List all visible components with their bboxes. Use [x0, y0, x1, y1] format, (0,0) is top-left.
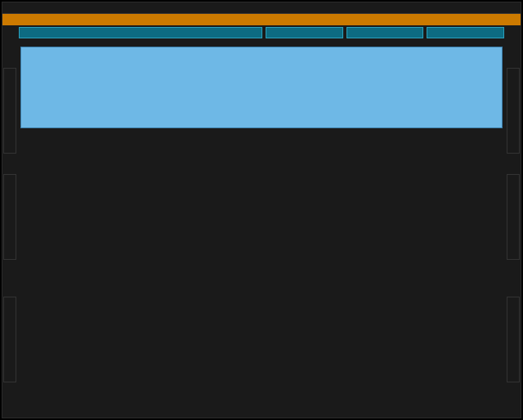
memory-controller	[3, 297, 16, 382]
memory-controller	[507, 68, 520, 154]
l2-cache	[20, 47, 503, 128]
memory-controller	[507, 297, 520, 382]
nvdec-block	[427, 27, 504, 38]
gpu-block-diagram	[2, 2, 521, 418]
pci-express-bar	[2, 2, 521, 14]
memory-controller	[3, 68, 16, 154]
nvenc-block	[346, 27, 424, 38]
gigathread-bar	[2, 14, 521, 25]
optical-flow-accelerator	[19, 27, 262, 38]
nvenc-block	[266, 27, 343, 38]
memory-controller	[3, 174, 16, 260]
engine-row	[2, 25, 521, 40]
memory-controller	[507, 174, 520, 260]
